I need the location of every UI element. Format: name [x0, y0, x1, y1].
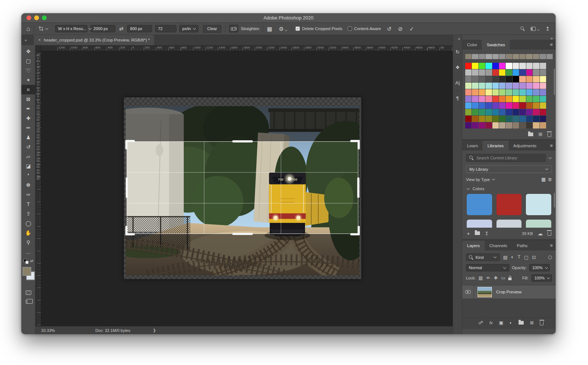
crop-resolution-input[interactable]: 72 [155, 25, 176, 32]
panel-menu-icon[interactable]: ≡ [550, 143, 553, 148]
recent-swatch[interactable] [539, 54, 546, 59]
swatch[interactable] [513, 69, 519, 76]
recent-swatch[interactable] [513, 54, 519, 59]
tab-libraries[interactable]: Libraries [483, 141, 508, 151]
library-color-chip[interactable] [496, 194, 522, 215]
swatch[interactable] [499, 83, 505, 89]
swatch[interactable] [506, 109, 512, 115]
ruler-origin-corner[interactable] [35, 45, 41, 51]
document-tab[interactable]: × header_cropped.psd @ 33.3% (Crop Previ… [34, 35, 154, 45]
layer-mask-icon[interactable]: ▣ [499, 320, 503, 325]
tab-learn[interactable]: Learn [462, 141, 483, 151]
filter-type-layers-icon[interactable]: T [517, 254, 520, 260]
filter-pixel-layers-icon[interactable]: ▤ [503, 254, 508, 260]
recent-swatch[interactable] [479, 54, 485, 59]
lock-artboard-icon[interactable]: ▭ [501, 275, 505, 281]
ellipse-tool[interactable]: ◯ [21, 218, 35, 228]
library-select[interactable]: My Library [466, 165, 552, 173]
swatch[interactable] [492, 96, 499, 102]
character-panel-icon[interactable]: A| [453, 75, 462, 91]
swatch[interactable] [479, 116, 485, 122]
swatch[interactable] [499, 69, 505, 76]
swatch[interactable] [513, 76, 519, 82]
tab-layers[interactable]: Layers [462, 241, 485, 250]
swatch[interactable] [540, 109, 546, 115]
swatch[interactable] [479, 83, 485, 89]
crop-height-input[interactable]: 800 px [127, 25, 152, 32]
zoom-window-button[interactable] [42, 15, 47, 20]
swatch[interactable] [506, 83, 512, 89]
recent-swatch[interactable] [526, 54, 532, 59]
default-background-icon[interactable] [25, 261, 29, 264]
crop-settings-gear-icon[interactable]: ⚙ [279, 26, 284, 32]
swatch[interactable] [479, 89, 485, 95]
new-swatch-group-icon[interactable] [528, 133, 533, 136]
swatch[interactable] [485, 69, 492, 76]
swatch[interactable] [540, 122, 546, 129]
swatch[interactable] [506, 89, 512, 95]
document-size-info[interactable]: Doc: 32.1M/0 bytes [78, 328, 148, 333]
horizontal-ruler[interactable]: 1200100080060040020002004006008001000120… [41, 45, 453, 51]
crop-handle-right[interactable] [357, 177, 359, 198]
tab-swatches[interactable]: Swatches [482, 40, 510, 50]
tab-overflow-icon[interactable]: » [21, 35, 32, 45]
swatch[interactable] [499, 63, 505, 69]
clear-button[interactable]: Clear [203, 25, 221, 33]
list-view-icon[interactable]: ≣ [548, 177, 552, 182]
upload-icon[interactable]: ↥ [485, 231, 489, 236]
swatch[interactable] [479, 102, 485, 109]
tab-color[interactable]: Color [462, 40, 482, 50]
swatch[interactable] [492, 122, 499, 129]
swatch[interactable] [472, 109, 478, 115]
foreground-color-swatch[interactable] [22, 267, 31, 276]
swatch[interactable] [472, 69, 478, 76]
swatch[interactable] [513, 116, 519, 122]
lock-position-icon[interactable]: ✥ [494, 275, 498, 281]
swatch[interactable] [533, 63, 539, 69]
link-layers-icon[interactable]: ☍ [478, 320, 483, 325]
crop-preset-dropdown[interactable]: W x H x Reso... [55, 25, 87, 32]
swatch[interactable] [533, 89, 539, 95]
swatch[interactable] [513, 89, 519, 95]
swatch[interactable] [513, 63, 519, 69]
swatch[interactable] [540, 89, 546, 95]
resolution-unit-dropdown[interactable]: px/in [179, 25, 198, 32]
swatch[interactable] [513, 102, 519, 109]
crop-handle-bottom-left[interactable] [125, 226, 135, 235]
filter-adjustment-layers-icon[interactable]: ◐ [511, 254, 514, 260]
swatch[interactable] [519, 89, 526, 95]
dodge-tool[interactable]: ❁ [21, 180, 35, 190]
swatch[interactable] [485, 76, 492, 82]
adjustment-layer-icon[interactable]: ◐ [509, 320, 512, 325]
swatch[interactable] [506, 122, 512, 129]
filter-smart-objects-icon[interactable]: ⊡ [532, 254, 536, 260]
crop-handle-top-right[interactable] [350, 140, 360, 149]
swatch[interactable] [485, 89, 492, 95]
swatch[interactable] [533, 102, 539, 109]
add-content-icon[interactable]: + [467, 230, 470, 236]
gradient-tool[interactable]: ◪ [21, 161, 35, 171]
swatch[interactable] [519, 69, 526, 76]
recent-swatch[interactable] [472, 54, 478, 59]
panel-menu-icon[interactable]: ≡ [550, 243, 553, 248]
swatch[interactable] [540, 102, 546, 109]
swatch[interactable] [465, 96, 472, 102]
swatch[interactable] [479, 69, 485, 76]
swatch[interactable] [506, 76, 512, 82]
swatch[interactable] [472, 76, 478, 82]
swatch[interactable] [472, 96, 478, 102]
zoom-level-field[interactable]: 33.33% [41, 328, 67, 333]
swap-colors-icon[interactable]: ⇄ [30, 259, 33, 263]
chevron-down-icon[interactable] [492, 178, 495, 181]
swatch[interactable] [465, 102, 472, 109]
swatch[interactable] [485, 102, 492, 109]
swatch[interactable] [499, 89, 505, 95]
swatch[interactable] [526, 96, 533, 102]
recent-swatch[interactable] [546, 54, 553, 59]
swatch[interactable] [485, 83, 492, 89]
straighten-icon[interactable] [229, 25, 239, 33]
swatch[interactable] [465, 116, 472, 122]
hand-tool[interactable]: ✋ [21, 228, 35, 238]
delete-cropped-pixels-checkbox[interactable]: ✓ Delete Cropped Pixels [295, 26, 342, 31]
brush-tool[interactable]: ✏ [21, 123, 35, 133]
